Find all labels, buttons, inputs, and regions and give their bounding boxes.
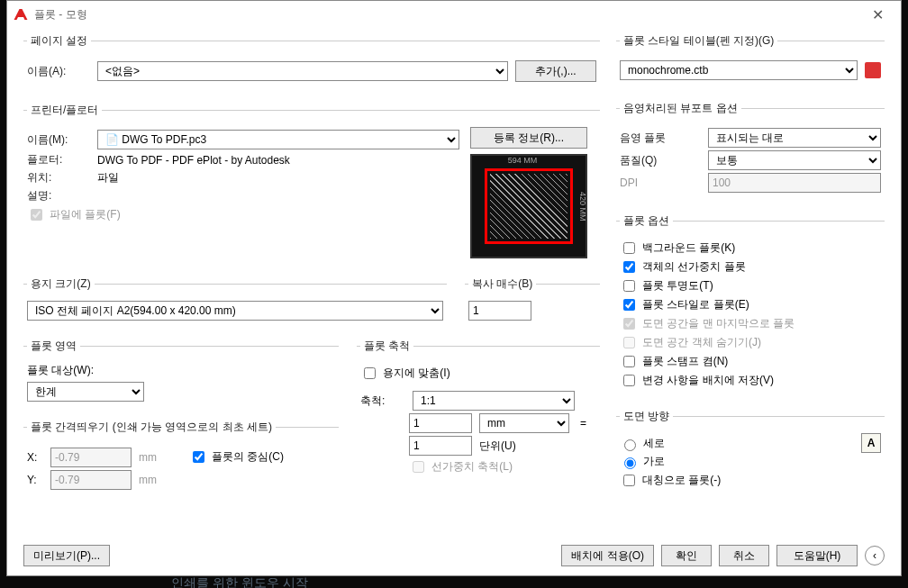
scale-legend: 플롯 축척 [360,339,413,354]
paper-size-group: 용지 크기(Z) ISO 전체 페이지 A2(594.00 x 420.00 m… [23,276,447,328]
page-setup-group: 페이지 설정 이름(A): <없음> 추가(,)... [23,33,600,92]
plot-style-group: 플롯 스타일 테이블(펜 지정)(G) monochrome.ctb [616,33,885,90]
dpi-label: DPI [620,176,701,189]
dpi-input [708,173,881,193]
preview-width-label: 594 MM [472,156,573,165]
add-page-button[interactable]: 추가(,)... [515,60,596,82]
close-button[interactable]: ✕ [859,2,895,27]
orientation-group: 도면 방향 세로 가로 대칭으로 플롯(-) A [616,409,885,498]
opt-style[interactable]: 플롯 스타일로 플롯(E) [620,296,881,313]
plot-to-file-check: 파일에 플롯(F) [27,206,459,223]
scale-label: 축척: [360,394,405,409]
opt-bg[interactable]: 백그라운드 플롯(K) [620,240,881,257]
printer-name-select[interactable]: 📄 DWG To PDF.pc3 [97,130,459,149]
desc-label: 설명: [27,188,90,204]
orient-portrait[interactable]: 세로 [620,436,861,451]
viewport-legend: 음영처리된 뷰포트 옵션 [620,101,741,116]
copies-group: 복사 매수(B) [465,276,600,328]
cancel-button[interactable]: 취소 [719,545,769,566]
copies-input[interactable] [468,301,531,321]
orient-upside[interactable]: 대칭으로 플롯(-) [620,472,861,489]
scale-lineweights-input [413,461,424,473]
opt-hide: 도면 공간 객체 숨기기(J) [620,334,881,351]
plot-what-label: 플롯 대상(W): [27,363,335,378]
viewport-group: 음영처리된 뷰포트 옵션 음영 플롯 표시되는 대로 품질(Q) 보통 DPI [616,101,885,203]
ok-button[interactable]: 확인 [661,545,712,566]
titlebar: 플롯 - 모형 ✕ [7,1,901,28]
plot-area-legend: 플롯 영역 [27,339,80,354]
paper-preview: 594 MM 420 MM [470,154,587,258]
paper-size-legend: 용지 크기(Z) [27,276,95,292]
help-button[interactable]: 도움말(H) [776,545,858,566]
where-label: 위치: [27,170,90,185]
plot-to-file-input [31,209,42,221]
offset-group: 플롯 간격띄우기 (인쇄 가능 영역으로의 최초 세트) X: mm 플롯의 중… [23,420,339,500]
properties-button[interactable]: 등록 정보(R)... [470,127,587,149]
offset-y-label: Y: [27,474,43,486]
plot-options-group: 플롯 옵션 백그라운드 플롯(K) 객체의 선가중치 플롯 플롯 투명도(T) … [616,213,885,398]
plot-style-select[interactable]: monochrome.ctb [620,60,858,80]
printer-name-label: 이름(M): [27,132,90,148]
page-name-label: 이름(A): [27,64,90,79]
opt-save[interactable]: 변경 사항을 배치에 저장(V) [620,372,881,389]
scale-unit-select[interactable]: mm [479,413,569,433]
equals-label: = [577,417,590,430]
apply-button[interactable]: 배치에 적용(O) [561,545,654,566]
pen-edit-icon[interactable] [865,62,881,78]
plot-dialog: 플롯 - 모형 ✕ 페이지 설정 이름(A): <없음> 추가(,)... 프린… [6,0,902,576]
offset-x-unit: mm [139,451,157,464]
plot-options-legend: 플롯 옵션 [620,213,673,229]
collapse-button[interactable]: ‹ [865,546,885,565]
quality-select[interactable]: 보통 [708,150,881,170]
background-text: 인쇄를 위한 윈도우 시작 [171,575,308,588]
autocad-logo-icon [13,6,29,23]
scale-lineweights-check: 선가중치 축척(L) [360,458,596,475]
plot-area-group: 플롯 영역 플롯 대상(W): 한계 [23,339,339,409]
page-name-select[interactable]: <없음> [97,61,508,81]
offset-x-label: X: [27,451,43,464]
orientation-icon: A [861,433,881,453]
opt-lw[interactable]: 객체의 선가중치 플롯 [620,258,881,276]
page-setup-legend: 페이지 설정 [27,33,91,49]
fit-to-paper-check[interactable]: 용지에 맞춤(I) [360,365,596,382]
offset-y-input[interactable] [50,470,132,490]
scale-unit-label: 단위(U) [479,439,516,454]
quality-label: 품질(Q) [620,153,701,168]
scale-num2-input[interactable] [409,436,472,456]
scale-num1-input[interactable] [409,413,472,433]
opt-stamp[interactable]: 플롯 스탬프 켬(N) [620,353,881,370]
center-plot-input[interactable] [193,451,204,463]
copies-legend: 복사 매수(B) [468,276,536,292]
plotter-value: DWG To PDF - PDF ePlot - by Autodesk [97,154,290,167]
center-plot-check[interactable]: 플롯의 중심(C) [189,448,284,466]
scale-select[interactable]: 1:1 [413,391,575,411]
preview-height-label: 420 MM [578,168,587,244]
plot-style-legend: 플롯 스타일 테이블(펜 지정)(G) [620,33,777,49]
offset-legend: 플롯 간격띄우기 (인쇄 가능 영역으로의 최초 세트) [27,420,276,435]
window-title: 플롯 - 모형 [34,7,859,23]
printer-group: 프린터/플로터 이름(M): 📄 DWG To PDF.pc3 플로터: DWG… [23,103,600,266]
shade-select[interactable]: 표시되는 대로 [708,128,881,148]
opt-trans[interactable]: 플롯 투명도(T) [620,277,881,294]
printer-legend: 프린터/플로터 [27,103,102,118]
orientation-legend: 도면 방향 [620,409,673,424]
shade-label: 음영 플롯 [620,131,701,146]
fit-to-paper-input[interactable] [364,367,376,379]
where-value: 파일 [97,170,119,185]
plotter-label: 플로터: [27,152,90,167]
dialog-footer: 미리보기(P)... 배치에 적용(O) 확인 취소 도움말(H) ‹ [7,538,901,575]
preview-button[interactable]: 미리보기(P)... [23,545,110,566]
scale-group: 플롯 축척 용지에 맞춤(I) 축척: 1:1 mm = [357,339,600,500]
offset-x-input[interactable] [50,448,132,467]
plot-what-select[interactable]: 한계 [27,382,144,402]
opt-paper-last: 도면 공간을 맨 마지막으로 플롯 [620,315,881,332]
paper-size-select[interactable]: ISO 전체 페이지 A2(594.00 x 420.00 mm) [27,301,443,321]
orient-landscape[interactable]: 가로 [620,454,861,469]
offset-y-unit: mm [139,474,157,486]
